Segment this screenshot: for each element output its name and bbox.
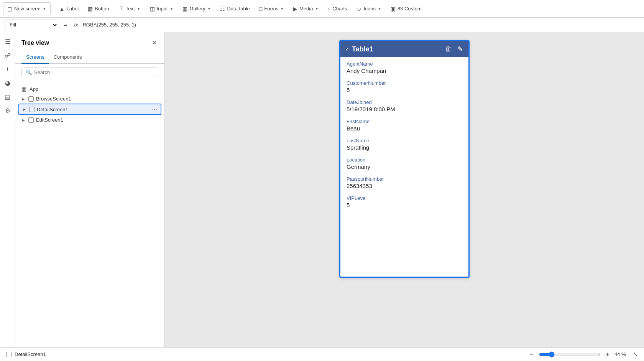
phone-delete-icon[interactable]: 🗑 <box>445 45 452 53</box>
field-label: LastName <box>347 138 462 143</box>
app-icon: ▦ <box>21 86 26 92</box>
field-value: Spratling <box>347 144 462 151</box>
forms-caret: ▼ <box>280 7 284 11</box>
custom-icon: ▣ <box>391 6 396 12</box>
media-label: Media <box>299 6 313 12</box>
toolbar-divider-1 <box>53 4 53 13</box>
field-label: PassportNumber <box>347 176 462 182</box>
gallery-button[interactable]: ▦ Gallery ▼ <box>179 2 215 15</box>
phone-edit-icon[interactable]: ✎ <box>457 45 463 53</box>
input-button[interactable]: ◫ Input ▼ <box>146 2 177 15</box>
field-value: 5/19/2019 8:00 PM <box>347 106 462 112</box>
field-label: Location <box>347 157 462 163</box>
sidebar-menu-button[interactable]: ☰ <box>2 35 14 48</box>
zoom-out-button[interactable]: − <box>527 350 536 359</box>
input-icon: ◫ <box>150 6 155 12</box>
label-label: Label <box>66 6 79 12</box>
icon-sidebar: ☰ ☍ + ◕ ▤ ⚙ <box>0 32 15 347</box>
text-label: Text <box>126 6 135 12</box>
browse-checkbox[interactable] <box>28 96 34 102</box>
field-label: VIPLevel <box>347 195 462 201</box>
phone-back-button[interactable]: ‹ <box>346 45 348 53</box>
field-value: 5 <box>347 202 462 208</box>
field-block: CustomerNumber5 <box>347 80 462 93</box>
zoom-value: 44 % <box>614 351 630 357</box>
tree-close-button[interactable]: ✕ <box>150 38 158 48</box>
text-button[interactable]: Ｔ Text ▼ <box>115 2 145 15</box>
detail-checkbox[interactable] <box>29 107 34 112</box>
formula-input[interactable] <box>82 20 639 30</box>
tab-screens[interactable]: Screens <box>21 52 49 64</box>
media-icon: ▶ <box>293 6 297 12</box>
status-screen: DetailScreen1 <box>6 351 46 357</box>
equals-button[interactable]: = <box>61 21 69 28</box>
tree-content: ▦ App ► BrowseScreen1 ► DetailScreen1 ⋯ … <box>15 81 164 347</box>
label-button[interactable]: ▲ Label <box>56 2 83 15</box>
tree-app-item[interactable]: ▦ App <box>15 84 164 94</box>
input-caret: ▼ <box>169 7 173 11</box>
detail-more-button[interactable]: ⋯ <box>152 106 158 112</box>
charts-button[interactable]: ▹ Charts <box>324 2 351 15</box>
field-block: VIPLevel5 <box>347 195 462 208</box>
tree-screen-edit[interactable]: ► EditScreen1 <box>15 115 164 125</box>
field-block: AgentNameAndy Champan <box>347 61 462 74</box>
detail-caret-icon: ► <box>22 107 28 112</box>
forms-icon: □ <box>259 6 262 12</box>
sidebar-add-button[interactable]: + <box>2 63 14 75</box>
button-icon: ▩ <box>88 6 93 12</box>
gallery-label: Gallery <box>189 6 205 12</box>
tree-search-box[interactable]: 🔍 <box>21 68 158 77</box>
edit-screen-name: EditScreen1 <box>36 117 158 123</box>
canvas[interactable]: ‹ Table1 🗑 ✎ AgentNameAndy ChampanCustom… <box>165 32 644 347</box>
custom-button[interactable]: ▣ 83 Custom <box>387 2 426 15</box>
tree-header: Tree view ✕ <box>15 32 164 52</box>
sidebar-var-button[interactable]: ▤ <box>2 91 14 103</box>
forms-button[interactable]: □ Forms ▼ <box>255 2 288 15</box>
fx-label: fx <box>72 22 79 28</box>
zoom-controls: − + 44 % ⤡ <box>527 350 638 359</box>
status-bar: DetailScreen1 − + 44 % ⤡ <box>0 347 644 361</box>
button-label: Button <box>95 6 109 12</box>
gallery-caret: ▼ <box>207 7 211 11</box>
media-button[interactable]: ▶ Media ▼ <box>289 2 322 15</box>
main-area: ☰ ☍ + ◕ ▤ ⚙ Tree view ✕ Screens Componen… <box>0 32 644 347</box>
field-value: Beau <box>347 125 462 132</box>
custom-label: 83 Custom <box>398 6 422 12</box>
tree-panel: Tree view ✕ Screens Components 🔍 ▦ App ►… <box>15 32 165 347</box>
property-select[interactable]: Fill <box>5 20 58 30</box>
status-checkbox[interactable] <box>6 352 12 357</box>
phone-header-actions: 🗑 ✎ <box>445 45 463 53</box>
data-table-label: Data table <box>227 6 250 12</box>
field-value: 25634353 <box>347 183 462 189</box>
phone-title: Table1 <box>352 45 445 53</box>
field-block: LocationGermany <box>347 157 462 170</box>
tree-screen-browse[interactable]: ► BrowseScreen1 <box>15 94 164 104</box>
sidebar-data-button[interactable]: ◕ <box>2 77 14 89</box>
icons-button[interactable]: ☺ Icons ▼ <box>353 2 385 15</box>
sidebar-layers-button[interactable]: ☍ <box>2 49 14 61</box>
detail-screen-name: DetailScreen1 <box>37 107 150 112</box>
edit-checkbox[interactable] <box>28 117 34 123</box>
label-icon: ▲ <box>59 6 65 12</box>
new-screen-button[interactable]: ▢ New screen ▼ <box>3 2 51 15</box>
button-button[interactable]: ▩ Button <box>84 2 113 15</box>
search-icon: 🔍 <box>26 69 32 75</box>
field-label: CustomerNumber <box>347 80 462 86</box>
data-table-button[interactable]: ☷ Data table <box>216 2 253 15</box>
field-block: PassportNumber25634353 <box>347 176 462 189</box>
field-block: LastNameSpratling <box>347 138 462 151</box>
zoom-slider[interactable] <box>539 351 600 358</box>
expand-button[interactable]: ⤡ <box>633 351 638 358</box>
field-label: AgentName <box>347 61 462 67</box>
icons-label: Icons <box>364 6 376 12</box>
new-screen-icon: ▢ <box>7 6 12 12</box>
sidebar-tools-button[interactable]: ⚙ <box>2 104 14 117</box>
field-value: Germany <box>347 163 462 170</box>
tree-screen-detail[interactable]: ► DetailScreen1 ⋯ <box>18 104 161 115</box>
search-input[interactable] <box>34 69 154 75</box>
zoom-in-button[interactable]: + <box>603 350 611 359</box>
tab-components[interactable]: Components <box>49 52 87 64</box>
field-label: DateJoined <box>347 99 462 105</box>
field-block: FirstNameBeau <box>347 119 462 132</box>
phone-content: AgentNameAndy ChampanCustomerNumber5Date… <box>340 57 468 218</box>
